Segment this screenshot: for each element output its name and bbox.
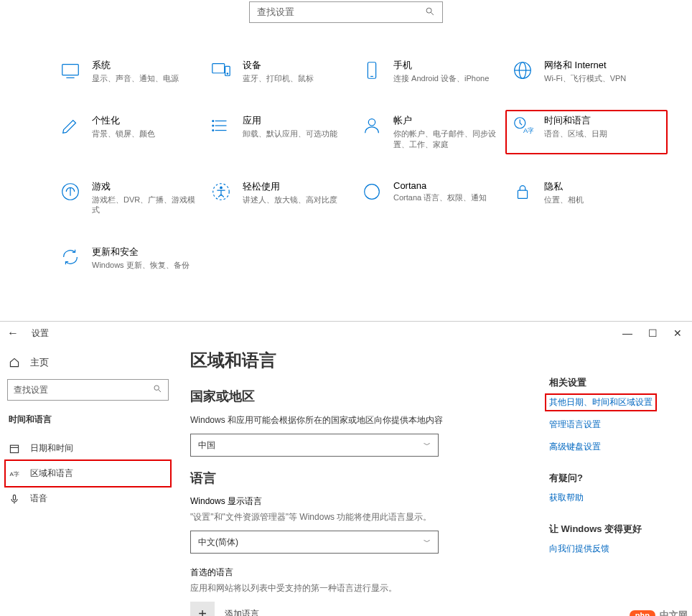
svg-point-6 (227, 73, 228, 75)
system-icon (59, 59, 82, 82)
watermark-badge: php (630, 610, 655, 616)
watermark: php 中文网 (630, 609, 688, 616)
tile-title: 帐户 (393, 114, 501, 127)
related-heading: 相关设置 (549, 376, 657, 389)
privacy-icon (511, 180, 534, 203)
tile-desc: 连接 Android 设备、iPhone (393, 73, 489, 84)
search-icon (425, 6, 435, 19)
tile-accounts[interactable]: 帐户你的帐户、电子邮件、同步设置、工作、家庭 (360, 114, 511, 150)
tile-desc: 游戏栏、DVR、广播、游戏模式 (92, 195, 200, 216)
tile-ease-of-access[interactable]: 轻松使用讲述人、放大镜、高对比度 (210, 180, 360, 216)
maximize-button[interactable]: ☐ (648, 327, 658, 339)
related-column: 相关设置 其他日期、时间和区域设置 管理语言设置 高级键盘设置 有疑问? 获取帮… (528, 349, 657, 616)
svg-rect-2 (62, 65, 79, 75)
link-other-date-time-region[interactable]: 其他日期、时间和区域设置 (545, 393, 657, 411)
minimize-button[interactable]: — (622, 327, 632, 339)
sidebar-item-label: 区域和语言 (30, 467, 73, 480)
tile-desc: Windows 更新、恢复、备份 (92, 260, 190, 271)
window-title: 设置 (32, 327, 49, 340)
svg-rect-28 (10, 445, 18, 452)
tile-title: 手机 (393, 59, 489, 72)
display-language-dropdown[interactable]: 中文(简体) ﹀ (190, 531, 439, 554)
search-icon (153, 384, 162, 396)
phone-icon (360, 59, 383, 82)
display-language-label: Windows 显示语言 (190, 495, 528, 508)
tile-network[interactable]: 网络和 InternetWi-Fi、飞行模式、VPN (511, 59, 662, 84)
add-language-button[interactable]: + 添加语言 (190, 602, 528, 616)
link-feedback[interactable]: 向我们提供反馈 (549, 543, 657, 555)
tile-gaming[interactable]: 游戏游戏栏、DVR、广播、游戏模式 (59, 180, 210, 216)
tile-phone[interactable]: 手机连接 Android 设备、iPhone (360, 59, 511, 84)
link-advanced-keyboard[interactable]: 高级键盘设置 (549, 441, 657, 453)
preferred-language-desc: 应用和网站将以列表中受支持的第一种语言进行显示。 (190, 582, 528, 594)
country-dropdown[interactable]: 中国 ﹀ (190, 434, 439, 457)
tile-personalization[interactable]: 个性化背景、锁屏、颜色 (59, 114, 210, 150)
svg-point-26 (154, 386, 159, 391)
svg-point-23 (220, 186, 223, 189)
home-link[interactable]: 主页 (7, 352, 169, 379)
tile-privacy[interactable]: 隐私位置、相机 (511, 180, 662, 216)
time-language-icon: A字 (511, 114, 534, 137)
add-language-label: 添加语言 (225, 608, 259, 616)
display-language-desc: "设置"和"文件资源管理器"等 Windows 功能将使用此语言显示。 (190, 510, 528, 523)
devices-icon (210, 59, 233, 82)
tile-title: 应用 (243, 114, 337, 127)
plus-icon: + (190, 602, 215, 616)
tile-desc: 显示、声音、通知、电源 (92, 73, 179, 84)
tile-update-security[interactable]: 更新和安全Windows 更新、恢复、备份 (59, 246, 210, 271)
tile-title: 更新和安全 (92, 246, 190, 258)
tile-desc: 背景、锁屏、颜色 (92, 129, 155, 139)
svg-point-18 (368, 118, 375, 125)
close-button[interactable]: ✕ (673, 327, 682, 339)
svg-point-0 (426, 8, 431, 13)
settings-search[interactable]: 查找设置 (249, 1, 443, 23)
apps-icon (210, 114, 233, 137)
tile-cortana[interactable]: CortanaCortana 语言、权限、通知 (360, 180, 511, 216)
sidebar-section-title: 时间和语言 (9, 414, 169, 426)
sidebar: 主页 查找设置 时间和语言 日期和时间 A字 区域和语言 语音 (0, 345, 176, 616)
svg-rect-4 (212, 64, 225, 73)
help-heading: 有疑问? (549, 472, 657, 485)
tile-system[interactable]: 系统显示、声音、通知、电源 (59, 59, 210, 84)
tile-devices[interactable]: 设备蓝牙、打印机、鼠标 (210, 59, 360, 84)
tile-desc: Cortana 语言、权限、通知 (393, 192, 487, 203)
page-title: 区域和语言 (190, 349, 528, 372)
svg-rect-25 (518, 190, 527, 198)
tile-desc: 蓝牙、打印机、鼠标 (243, 73, 314, 84)
tile-desc: 语音、区域、日期 (544, 129, 607, 139)
tile-title: 隐私 (544, 180, 584, 193)
calendar-icon (9, 443, 20, 454)
sidebar-item-speech[interactable]: 语音 (7, 486, 169, 511)
ease-of-access-icon (210, 180, 233, 203)
tile-title: 游戏 (92, 180, 200, 193)
tile-title: 网络和 Internet (544, 59, 626, 72)
tile-title: 轻松使用 (243, 180, 337, 193)
svg-point-16 (212, 125, 214, 126)
update-icon (59, 246, 82, 269)
svg-line-27 (159, 390, 161, 392)
svg-line-1 (431, 12, 434, 15)
language-heading: 语言 (190, 470, 528, 487)
link-get-help[interactable]: 获取帮助 (549, 492, 657, 504)
cortana-icon (360, 180, 383, 203)
tile-time-language[interactable]: A字 时间和语言语音、区域、日期 (505, 110, 668, 154)
svg-point-24 (365, 184, 380, 199)
tile-apps[interactable]: 应用卸载、默认应用、可选功能 (210, 114, 360, 150)
watermark-text: 中文网 (660, 609, 688, 616)
tile-title: 个性化 (92, 114, 155, 127)
network-icon (511, 59, 534, 82)
link-manage-language[interactable]: 管理语言设置 (549, 419, 657, 431)
accounts-icon (360, 114, 383, 137)
sidebar-item-datetime[interactable]: 日期和时间 (7, 436, 169, 461)
language-icon: A字 (9, 468, 20, 480)
back-button[interactable]: ← (7, 327, 19, 340)
feedback-heading: 让 Windows 变得更好 (549, 523, 657, 536)
sidebar-item-region-language[interactable]: A字 区域和语言 (4, 459, 172, 487)
personalization-icon (59, 114, 82, 137)
sidebar-search[interactable]: 查找设置 (7, 379, 169, 401)
search-placeholder: 查找设置 (14, 384, 48, 396)
mic-icon (9, 493, 20, 505)
sidebar-item-label: 日期和时间 (30, 442, 73, 454)
country-heading: 国家或地区 (190, 388, 528, 405)
svg-text:A字: A字 (10, 471, 19, 477)
